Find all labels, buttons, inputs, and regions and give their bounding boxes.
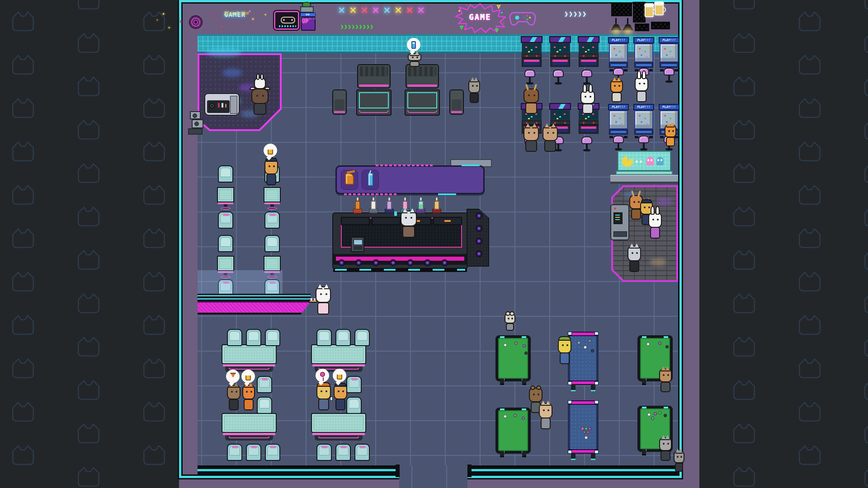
character-exit-gray-cat[interactable] <box>674 451 684 472</box>
character-sofa-tabby-cat[interactable] <box>408 53 421 67</box>
arcade-stool[interactable] <box>638 136 649 151</box>
dining-chair[interactable] <box>335 444 351 461</box>
seat-chair[interactable] <box>218 211 233 229</box>
bar-shelf-segment <box>433 217 462 225</box>
bar-bottle <box>354 197 361 211</box>
character-eyes <box>614 85 616 87</box>
dining-chair[interactable] <box>227 329 242 346</box>
dining-chair[interactable] <box>335 329 351 346</box>
pool-table-blue[interactable] <box>568 333 599 384</box>
arcade-stool[interactable] <box>664 68 675 83</box>
character-pool-hamster[interactable] <box>505 314 515 331</box>
booth-side-chair[interactable] <box>449 89 464 115</box>
arcade-stool[interactable] <box>613 136 624 151</box>
booth-sofa[interactable] <box>357 64 391 89</box>
dining-chair[interactable] <box>265 329 280 346</box>
character-walking-gray-cat[interactable] <box>468 80 480 103</box>
arcade-stool[interactable] <box>581 70 592 85</box>
booth-table[interactable] <box>356 89 392 116</box>
seat-chair[interactable] <box>264 211 280 229</box>
dining-table[interactable] <box>222 413 277 441</box>
character-eyes <box>528 94 530 96</box>
dining-chair[interactable] <box>346 397 362 414</box>
arcade-stool[interactable] <box>524 70 535 85</box>
claw-machine[interactable]: PLAY!!! <box>633 37 654 70</box>
claw-machine[interactable]: PLAY!!! <box>608 37 629 70</box>
dining-chair[interactable] <box>227 444 242 461</box>
pool-table-green[interactable] <box>495 335 531 381</box>
dining-chair[interactable] <box>354 329 370 346</box>
character-dj-bull[interactable] <box>251 89 269 115</box>
booth-table[interactable] <box>405 89 440 116</box>
speech-bubble-beer <box>241 370 255 383</box>
seat-table[interactable] <box>217 187 234 210</box>
seat-table[interactable] <box>264 187 281 210</box>
dining-chair[interactable] <box>354 444 370 461</box>
booth-side-chair[interactable] <box>332 89 347 115</box>
character-eyes <box>338 390 340 392</box>
seat-chair[interactable] <box>264 235 280 252</box>
character-bartender-husky[interactable] <box>401 211 417 238</box>
booth-sofa[interactable] <box>406 64 439 89</box>
cash-register[interactable] <box>351 237 364 252</box>
character-diner-fox[interactable] <box>242 385 255 410</box>
seat-chair[interactable] <box>218 235 233 252</box>
character-arcade-rabbit[interactable] <box>580 90 595 114</box>
seat-chair[interactable] <box>218 165 233 183</box>
dining-chair[interactable] <box>316 444 332 461</box>
character-lounge-husky[interactable] <box>627 246 641 272</box>
dining-table[interactable] <box>311 413 366 441</box>
character-claw-orange-cat-2[interactable] <box>665 125 676 146</box>
dj-console[interactable] <box>204 93 240 116</box>
character-head <box>524 89 539 103</box>
arcade-stool[interactable] <box>553 70 564 85</box>
character-arcade-deer[interactable] <box>524 89 539 114</box>
entrance-doorway[interactable] <box>399 465 467 488</box>
pool-table-green[interactable] <box>495 408 531 454</box>
pool-table-blue[interactable] <box>568 401 599 453</box>
arcade-cabinet[interactable] <box>521 36 542 67</box>
arcade-stool[interactable] <box>581 136 592 152</box>
claw-machine[interactable]: PLAY!!! <box>608 104 629 136</box>
dining-chair[interactable] <box>246 444 261 461</box>
character-pool-duck[interactable] <box>558 338 571 364</box>
character-eyes <box>246 391 248 393</box>
character-diner-raccoon[interactable] <box>227 385 241 410</box>
character-claw-white-bunny[interactable] <box>635 77 648 102</box>
pool-ball <box>591 349 594 352</box>
dining-table[interactable] <box>311 344 366 372</box>
dining-chair[interactable] <box>257 376 272 393</box>
vinyl-disc-decor <box>189 15 203 29</box>
character-diner-lion[interactable] <box>316 384 331 410</box>
character-body <box>402 226 415 238</box>
character-arcade-tan-cat-1[interactable] <box>524 126 539 152</box>
pool-ball <box>523 344 526 347</box>
claw-machine[interactable]: PLAY!!! <box>659 37 679 70</box>
character-seat-tiger-pilot[interactable] <box>264 159 278 185</box>
character-pool-brown-cat[interactable] <box>659 369 672 392</box>
arcade-cabinet[interactable] <box>549 36 571 67</box>
dining-table[interactable] <box>222 344 277 372</box>
dining-chair[interactable] <box>257 397 272 414</box>
character-pool-tan-cat[interactable] <box>539 403 552 429</box>
speaker-box <box>190 111 201 119</box>
claw-machine[interactable]: PLAY!!! <box>633 104 654 136</box>
dining-chair[interactable] <box>346 376 362 393</box>
dance-stage-strip <box>198 302 311 314</box>
arcade-cabinet[interactable] <box>578 36 599 67</box>
jukebox[interactable] <box>610 204 629 240</box>
character-eyes <box>321 390 322 392</box>
menu-slot-soda[interactable] <box>362 170 379 190</box>
bar-bottle <box>386 197 393 211</box>
character-waitress-maid-cat[interactable] <box>316 286 331 314</box>
character-diner-tiger-pilot[interactable] <box>334 384 347 410</box>
dining-chair[interactable] <box>265 444 280 461</box>
character-lounge-white-rabbit[interactable] <box>648 212 662 239</box>
subwoofer-box <box>188 128 203 135</box>
character-claw-orange-cat[interactable] <box>610 80 623 102</box>
dining-chair[interactable] <box>316 329 332 346</box>
character-arcade-tan-cat-2[interactable] <box>542 126 558 152</box>
character-pool-gray-cat[interactable] <box>659 437 672 461</box>
menu-slot-cocktail[interactable] <box>341 170 358 190</box>
dining-chair[interactable] <box>246 329 261 346</box>
